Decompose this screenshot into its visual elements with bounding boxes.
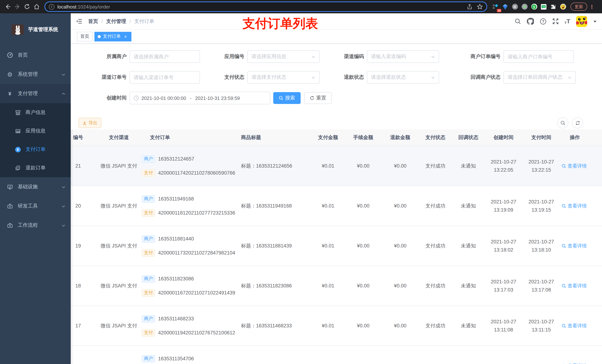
extension-diamond-icon[interactable]: 10	[492, 3, 499, 10]
refund-amount: ¥0.00	[394, 203, 407, 209]
app-filter-select[interactable]: 请选择应用信息	[247, 50, 320, 63]
reset-button[interactable]: 重置	[304, 92, 332, 104]
copy-document-icon	[15, 165, 21, 171]
pay-channel: 微信 JSAPI 支付	[100, 203, 137, 209]
sidebar-item-workflow[interactable]: 工作流程	[0, 216, 71, 235]
extension-balloon-icon[interactable]	[502, 3, 508, 10]
view-detail-link[interactable]: 查看详情	[562, 362, 587, 364]
url-bar[interactable]: i localhost:1024/pay/order	[44, 1, 487, 12]
browser-reload-icon[interactable]	[22, 2, 32, 11]
sidebar-item-home[interactable]: 首页	[0, 45, 71, 65]
browser-update-button[interactable]: 更新	[570, 3, 587, 11]
product-title: 标题：1635311823086	[241, 282, 292, 289]
filter-row-3: 创建时间 2021-10-01 00:00:00 - 2021-10-31 23…	[82, 92, 602, 104]
sidebar-item-infra[interactable]: 基础设施	[0, 177, 71, 197]
order-numbers-cell: 商户 1635311949168 支付 42000011812021102777…	[141, 186, 237, 226]
chevron-down-icon	[431, 54, 435, 59]
breadcrumb-home[interactable]: 首页	[88, 18, 98, 25]
pay-tag: 支付	[142, 209, 155, 217]
sidebar: 芋道管理系统 首页 ⚙ 系统管理 ¥ 支付管理	[0, 13, 71, 364]
browser-back-icon[interactable]	[3, 2, 13, 11]
pay-order-no: 4200001174202110278060590766	[158, 170, 235, 176]
refund-status-filter-select[interactable]: 请选择退款状态	[367, 71, 439, 83]
channel-code-filter-select[interactable]: 请输入渠道编码	[367, 50, 439, 63]
help-icon[interactable]: ?	[540, 18, 546, 25]
bookmark-star-icon[interactable]	[477, 4, 483, 10]
order-numbers-cell: 商户 1635311823086 支付 42000011672021102710…	[141, 266, 237, 306]
page-content: 所属商户 应用编号 请选择应用信息 渠道编码 请输入渠道编码	[71, 44, 602, 364]
svg-text:?: ?	[542, 19, 544, 23]
refund-amount: ¥0.00	[394, 323, 407, 329]
merchant-tag: 商户	[142, 315, 155, 322]
merchant-order-no-filter-label: 商户订单编号	[449, 53, 501, 60]
fullscreen-icon[interactable]	[552, 18, 559, 24]
create-time-filter-label: 创建时间	[82, 95, 127, 101]
browser-home-icon[interactable]	[32, 2, 42, 11]
col-header-created: 创建时间	[485, 129, 522, 146]
merchant-tag: 商户	[142, 235, 155, 242]
paid-time-cell: 2021-10-2713:19:15	[522, 186, 560, 226]
table-row: 18 微信 JSAPI 支付 商户 1635311823086 支付 42000…	[71, 266, 602, 306]
merchant-order-no-input[interactable]	[508, 54, 570, 59]
pay-order-no: 4200001194202110276752100612	[158, 330, 235, 335]
view-detail-link[interactable]: 查看详情	[562, 322, 587, 329]
sidebar-item-system[interactable]: ⚙ 系统管理	[0, 65, 71, 84]
chevron-down-icon	[311, 54, 315, 59]
extension-command-icon[interactable]: ⌘	[512, 3, 518, 10]
sidebar-fold-icon[interactable]	[76, 19, 82, 24]
tab-pay-order[interactable]: 支付订单 ×	[94, 32, 131, 41]
created-time-cell: 2021-10-2713:19:09	[485, 186, 522, 226]
extension-y-icon[interactable]: y	[531, 3, 537, 10]
avatar[interactable]	[576, 16, 587, 27]
pay-tag: 支付	[142, 289, 155, 296]
sidebar-menu: 首页 ⚙ 系统管理 ¥ 支付管理	[0, 45, 71, 235]
show-search-button[interactable]	[557, 117, 568, 128]
view-detail-link[interactable]: 查看详情	[562, 203, 587, 209]
app-logo[interactable]: 芋道管理系统	[0, 13, 71, 45]
sidebar-item-pay[interactable]: ¥ 支付管理	[0, 84, 71, 103]
caret-down-icon[interactable]	[593, 20, 597, 23]
sidebar-item-pay-order[interactable]: ¥ 支付订单	[0, 140, 71, 159]
toolbox-icon	[7, 222, 13, 228]
create-time-range-picker[interactable]: 2021-10-01 00:00:00 - 2021-10-31 23:59:5…	[129, 92, 270, 104]
view-detail-link[interactable]: 查看详情	[562, 163, 587, 169]
channel-order-no-input-wrap	[129, 71, 200, 83]
extension-puzzle-icon[interactable]	[550, 3, 557, 10]
font-size-icon[interactable]: TT	[564, 18, 570, 25]
active-dot	[98, 35, 101, 38]
merchant-order-no: 1635311354706	[158, 356, 194, 361]
site-info-icon[interactable]: i	[49, 4, 54, 10]
search-button[interactable]: 搜索	[273, 92, 301, 104]
merchant-filter-input[interactable]	[134, 54, 196, 59]
pay-status: 支付成功	[425, 282, 445, 289]
search-icon[interactable]	[515, 18, 521, 24]
order-id: 19	[75, 243, 81, 249]
browser-forward-icon[interactable]	[13, 2, 22, 11]
created-time-cell: 2021-10-2713:11:08	[485, 306, 522, 345]
sidebar-item-app-info[interactable]: 应用信息	[0, 122, 71, 140]
sidebar-item-refund-order[interactable]: 退款订单	[0, 159, 71, 177]
share-icon[interactable]	[467, 4, 473, 10]
channel-order-no-filter-label: 渠道订单号	[82, 74, 127, 81]
close-tab-icon[interactable]: ×	[123, 34, 128, 39]
extension-emoji-icon[interactable]	[560, 3, 566, 10]
channel-order-no-input[interactable]	[134, 74, 196, 80]
sidebar-item-dev-tools[interactable]: 研发工具	[0, 197, 71, 216]
browser-menu-icon[interactable]: ⋮	[589, 4, 594, 10]
merchant-filter-input-wrap	[129, 50, 200, 63]
view-detail-link[interactable]: 查看详情	[562, 282, 587, 289]
tab-home[interactable]: 首页	[77, 32, 93, 41]
refresh-button[interactable]	[572, 117, 583, 128]
pay-tag: 支付	[142, 329, 155, 336]
export-button[interactable]: 导出	[78, 118, 101, 128]
github-icon[interactable]	[527, 18, 534, 25]
view-detail-link[interactable]: 查看详情	[562, 242, 587, 249]
screenshot-root: i localhost:1024/pay/order 10 ⌘ y	[0, 0, 602, 364]
callback-status-filter-select[interactable]: 请选择订单回调商户状态	[504, 71, 576, 83]
date-range-start: 2021-10-01 00:00:00	[141, 95, 186, 101]
sidebar-item-merchant-info[interactable]: 商户信息	[0, 103, 71, 122]
extension-chat-icon[interactable]	[540, 3, 547, 10]
extension-dot-icon[interactable]	[521, 3, 527, 10]
breadcrumb-pay[interactable]: 支付管理	[106, 18, 126, 25]
pay-status-filter-select[interactable]: 请选择支付状态	[247, 71, 320, 83]
